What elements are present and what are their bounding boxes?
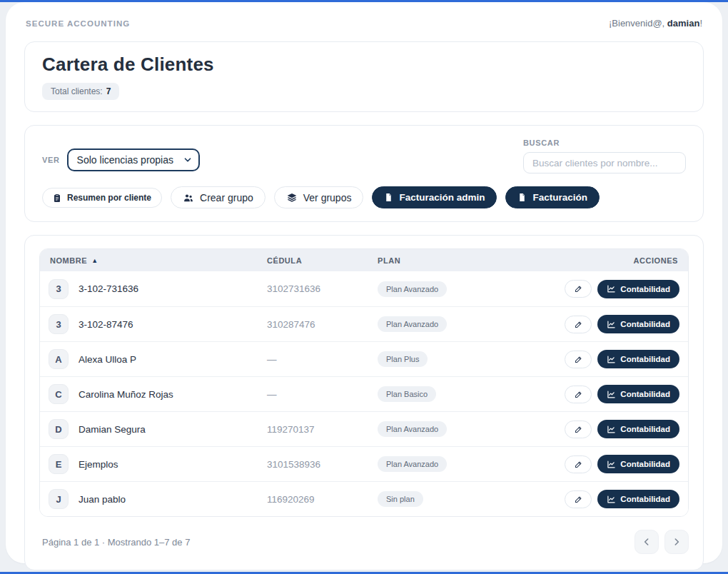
- accounting-button[interactable]: Contabilidad: [597, 280, 679, 298]
- row-actions: Contabilidad: [535, 385, 688, 403]
- billing-label: Facturación: [532, 192, 587, 203]
- nombre-header-label: NOMBRE: [50, 256, 87, 265]
- table-body: 3 3-102-731636 3102731636 Plan Avanzado …: [40, 271, 688, 516]
- client-name-cell: 3 3-102-731636: [40, 279, 267, 299]
- top-header: SECURE ACCOUNTING ¡Bienvenid@, damian!: [19, 18, 709, 29]
- chart-line-icon: [607, 495, 616, 504]
- row-actions: Contabilidad: [535, 420, 688, 438]
- pencil-icon: [574, 460, 583, 469]
- client-name: Juan pablo: [79, 494, 126, 505]
- chevron-left-icon: [641, 536, 652, 548]
- chevron-right-icon: [671, 536, 682, 548]
- row-actions: Contabilidad: [535, 350, 688, 368]
- accounting-button[interactable]: Contabilidad: [597, 420, 679, 438]
- create-group-button[interactable]: Crear grupo: [171, 186, 266, 208]
- client-cedula: 3102731636: [267, 283, 378, 294]
- chart-line-icon: [607, 390, 616, 399]
- accounting-button[interactable]: Contabilidad: [597, 490, 679, 508]
- accounting-button[interactable]: Contabilidad: [597, 315, 679, 333]
- accounting-button-label: Contabilidad: [620, 355, 670, 363]
- client-name-cell: E Ejemplos: [40, 454, 267, 474]
- search-input[interactable]: [523, 152, 686, 173]
- total-clients-value: 7: [106, 86, 111, 96]
- client-plan-cell: Sin plan: [378, 491, 535, 507]
- chart-line-icon: [607, 284, 616, 293]
- view-groups-label: Ver grupos: [303, 192, 352, 203]
- total-clients-label: Total clientes:: [51, 86, 103, 96]
- accounting-button[interactable]: Contabilidad: [597, 350, 679, 368]
- client-name: 3-102-87476: [79, 319, 133, 330]
- accounting-button-label: Contabilidad: [620, 460, 670, 468]
- prev-page-button[interactable]: [635, 530, 659, 554]
- client-cedula: —: [267, 354, 378, 365]
- avatar: E: [49, 454, 69, 474]
- pencil-icon: [574, 495, 583, 504]
- table-row: 3 3-102-87476 310287476 Plan Avanzado Co…: [40, 306, 688, 341]
- client-plan-cell: Plan Avanzado: [378, 281, 535, 297]
- client-cedula: 3101538936: [267, 459, 378, 470]
- billing-admin-label: Facturación admin: [399, 192, 485, 203]
- billing-button[interactable]: Facturación: [505, 186, 600, 208]
- plan-badge: Plan Avanzado: [378, 281, 447, 297]
- accounting-button-label: Contabilidad: [620, 390, 670, 398]
- license-filter-select[interactable]: Solo licencias propias: [67, 148, 200, 171]
- pencil-icon: [574, 390, 583, 399]
- total-clients-badge: Total clientes: 7: [42, 83, 119, 100]
- billing-admin-button[interactable]: Facturación admin: [372, 186, 497, 208]
- edit-client-button[interactable]: [565, 490, 592, 508]
- pencil-icon: [574, 320, 583, 329]
- client-name-cell: J Juan pablo: [40, 489, 267, 509]
- table-row: A Alexa Ulloa P — Plan Plus Contabilidad: [40, 341, 688, 376]
- edit-client-button[interactable]: [565, 351, 592, 368]
- avatar: C: [49, 384, 69, 404]
- column-header-nombre[interactable]: NOMBRE ▲: [40, 256, 267, 265]
- chart-line-icon: [607, 460, 616, 469]
- plan-badge: Plan Plus: [378, 351, 428, 367]
- client-name-cell: C Carolina Muñoz Rojas: [40, 384, 267, 404]
- accounting-button[interactable]: Contabilidad: [597, 455, 679, 473]
- client-cedula: 119270137: [267, 424, 378, 435]
- chart-line-icon: [607, 355, 616, 364]
- pagination-summary: Página 1 de 1 · Mostrando 1–7 de 7: [39, 537, 190, 548]
- table-row: D Damian Segura 119270137 Plan Avanzado …: [40, 411, 688, 446]
- avatar: J: [49, 489, 69, 509]
- table-row: E Ejemplos 3101538936 Plan Avanzado Cont…: [40, 446, 688, 481]
- accounting-button[interactable]: Contabilidad: [597, 385, 679, 403]
- pencil-icon: [574, 425, 583, 434]
- column-header-plan: PLAN: [378, 256, 535, 265]
- edit-client-button[interactable]: [565, 421, 592, 438]
- plan-badge: Plan Avanzado: [378, 316, 447, 332]
- client-name: 3-102-731636: [79, 283, 138, 294]
- layers-icon: [286, 192, 298, 203]
- client-plan-cell: Plan Plus: [378, 351, 535, 367]
- row-actions: Contabilidad: [535, 315, 688, 333]
- edit-client-button[interactable]: [565, 455, 592, 473]
- clients-table: NOMBRE ▲ CÉDULA PLAN ACCIONES 3 3-102-73…: [39, 248, 689, 517]
- search-label: BUSCAR: [523, 139, 686, 147]
- welcome-username: damian: [667, 18, 700, 29]
- client-name: Ejemplos: [79, 459, 118, 470]
- plan-badge: Plan Avanzado: [378, 421, 447, 437]
- edit-client-button[interactable]: [565, 386, 592, 403]
- client-plan-cell: Plan Avanzado: [378, 316, 535, 332]
- avatar: A: [49, 349, 69, 369]
- client-name-cell: A Alexa Ulloa P: [40, 349, 267, 369]
- search-group: BUSCAR: [523, 139, 686, 173]
- edit-client-button[interactable]: [565, 316, 592, 333]
- pagination-controls: [635, 530, 689, 554]
- client-summary-button[interactable]: Resumen por cliente: [42, 188, 162, 208]
- page-title: Cartera de Clientes: [42, 54, 686, 76]
- accounting-button-label: Contabilidad: [620, 495, 670, 503]
- plan-badge: Sin plan: [378, 491, 423, 507]
- edit-client-button[interactable]: [565, 280, 592, 298]
- avatar: 3: [49, 314, 69, 334]
- client-name-cell: D Damian Segura: [40, 419, 267, 439]
- client-name-cell: 3 3-102-87476: [40, 314, 267, 334]
- column-header-acciones: ACCIONES: [535, 256, 688, 265]
- next-page-button[interactable]: [664, 530, 689, 554]
- client-plan-cell: Plan Avanzado: [378, 456, 535, 472]
- view-groups-button[interactable]: Ver grupos: [274, 186, 364, 208]
- column-header-cedula: CÉDULA: [267, 256, 378, 265]
- accounting-button-label: Contabilidad: [620, 320, 670, 328]
- welcome-message: ¡Bienvenid@, damian!: [609, 18, 702, 29]
